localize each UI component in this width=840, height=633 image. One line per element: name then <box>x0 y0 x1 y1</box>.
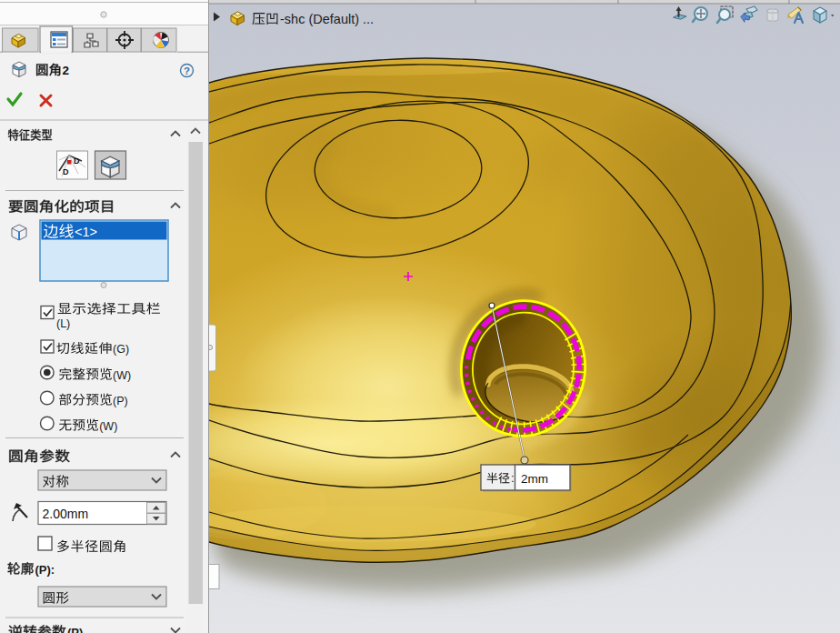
svg-text:(G): (G) <box>113 343 129 356</box>
svg-text:(P): (P) <box>113 395 128 407</box>
svg-text:(W): (W) <box>99 420 117 433</box>
svg-text::: : <box>511 471 515 485</box>
svg-text:(L): (L) <box>56 317 70 330</box>
svg-text:D: D <box>63 167 69 176</box>
svg-text:<1>: <1> <box>75 225 97 239</box>
svg-text:(W): (W) <box>113 369 131 382</box>
svg-text:2: 2 <box>63 64 70 77</box>
svg-text:2.00mm: 2.00mm <box>43 507 89 521</box>
svg-text:2mm: 2mm <box>521 472 548 486</box>
svg-text:-shc (Default) ...: -shc (Default) ... <box>280 12 374 26</box>
svg-text:(P): (P) <box>67 626 83 633</box>
svg-text:?: ? <box>184 65 190 76</box>
svg-text:(P):: (P): <box>35 563 55 577</box>
svg-text:D: D <box>74 156 80 166</box>
